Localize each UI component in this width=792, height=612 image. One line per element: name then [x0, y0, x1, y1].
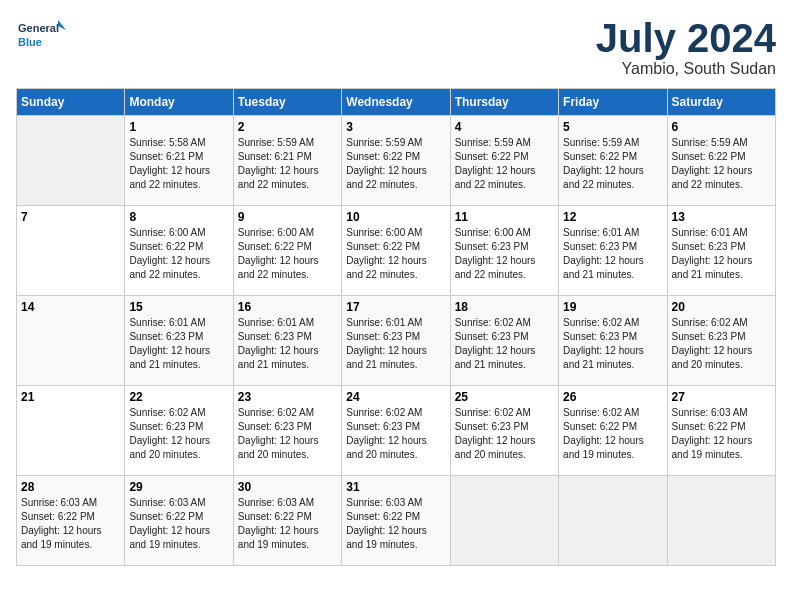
- day-number: 19: [563, 300, 662, 314]
- day-info: Sunrise: 5:59 AM Sunset: 6:22 PM Dayligh…: [346, 136, 445, 192]
- day-number: 26: [563, 390, 662, 404]
- svg-text:Blue: Blue: [18, 36, 42, 48]
- calendar-cell: 30Sunrise: 6:03 AM Sunset: 6:22 PM Dayli…: [233, 476, 341, 566]
- day-info: Sunrise: 6:01 AM Sunset: 6:23 PM Dayligh…: [238, 316, 337, 372]
- day-info: Sunrise: 5:59 AM Sunset: 6:22 PM Dayligh…: [672, 136, 771, 192]
- day-number: 16: [238, 300, 337, 314]
- calendar-table: SundayMondayTuesdayWednesdayThursdayFrid…: [16, 88, 776, 566]
- day-number: 4: [455, 120, 554, 134]
- calendar-cell: 4Sunrise: 5:59 AM Sunset: 6:22 PM Daylig…: [450, 116, 558, 206]
- weekday-header-friday: Friday: [559, 89, 667, 116]
- calendar-cell: 27Sunrise: 6:03 AM Sunset: 6:22 PM Dayli…: [667, 386, 775, 476]
- calendar-cell: 20Sunrise: 6:02 AM Sunset: 6:23 PM Dayli…: [667, 296, 775, 386]
- calendar-cell: 12Sunrise: 6:01 AM Sunset: 6:23 PM Dayli…: [559, 206, 667, 296]
- day-info: Sunrise: 6:01 AM Sunset: 6:23 PM Dayligh…: [346, 316, 445, 372]
- day-number: 6: [672, 120, 771, 134]
- logo-svg: General Blue: [16, 16, 66, 60]
- weekday-header-wednesday: Wednesday: [342, 89, 450, 116]
- calendar-cell: 23Sunrise: 6:02 AM Sunset: 6:23 PM Dayli…: [233, 386, 341, 476]
- day-number: 14: [21, 300, 120, 314]
- day-info: Sunrise: 6:03 AM Sunset: 6:22 PM Dayligh…: [238, 496, 337, 552]
- calendar-cell: 2Sunrise: 5:59 AM Sunset: 6:21 PM Daylig…: [233, 116, 341, 206]
- calendar-cell: 5Sunrise: 5:59 AM Sunset: 6:22 PM Daylig…: [559, 116, 667, 206]
- day-number: 2: [238, 120, 337, 134]
- day-info: Sunrise: 6:02 AM Sunset: 6:23 PM Dayligh…: [455, 316, 554, 372]
- day-number: 31: [346, 480, 445, 494]
- day-number: 20: [672, 300, 771, 314]
- calendar-cell: 3Sunrise: 5:59 AM Sunset: 6:22 PM Daylig…: [342, 116, 450, 206]
- day-info: Sunrise: 5:59 AM Sunset: 6:22 PM Dayligh…: [563, 136, 662, 192]
- title-area: July 2024 Yambio, South Sudan: [596, 16, 776, 78]
- calendar-cell: 16Sunrise: 6:01 AM Sunset: 6:23 PM Dayli…: [233, 296, 341, 386]
- day-info: Sunrise: 6:02 AM Sunset: 6:23 PM Dayligh…: [455, 406, 554, 462]
- calendar-cell: 8Sunrise: 6:00 AM Sunset: 6:22 PM Daylig…: [125, 206, 233, 296]
- svg-text:General: General: [18, 22, 59, 34]
- calendar-cell: 22Sunrise: 6:02 AM Sunset: 6:23 PM Dayli…: [125, 386, 233, 476]
- day-info: Sunrise: 6:01 AM Sunset: 6:23 PM Dayligh…: [563, 226, 662, 282]
- calendar-cell: 21: [17, 386, 125, 476]
- day-number: 3: [346, 120, 445, 134]
- day-number: 5: [563, 120, 662, 134]
- day-info: Sunrise: 6:00 AM Sunset: 6:23 PM Dayligh…: [455, 226, 554, 282]
- day-info: Sunrise: 6:00 AM Sunset: 6:22 PM Dayligh…: [238, 226, 337, 282]
- day-number: 23: [238, 390, 337, 404]
- calendar-cell: 29Sunrise: 6:03 AM Sunset: 6:22 PM Dayli…: [125, 476, 233, 566]
- calendar-cell: 25Sunrise: 6:02 AM Sunset: 6:23 PM Dayli…: [450, 386, 558, 476]
- weekday-header-thursday: Thursday: [450, 89, 558, 116]
- weekday-header-tuesday: Tuesday: [233, 89, 341, 116]
- day-info: Sunrise: 6:00 AM Sunset: 6:22 PM Dayligh…: [129, 226, 228, 282]
- logo: General Blue: [16, 16, 66, 60]
- day-number: 11: [455, 210, 554, 224]
- day-number: 28: [21, 480, 120, 494]
- day-number: 15: [129, 300, 228, 314]
- day-number: 27: [672, 390, 771, 404]
- day-number: 13: [672, 210, 771, 224]
- day-number: 30: [238, 480, 337, 494]
- weekday-header-monday: Monday: [125, 89, 233, 116]
- day-number: 24: [346, 390, 445, 404]
- day-info: Sunrise: 5:59 AM Sunset: 6:22 PM Dayligh…: [455, 136, 554, 192]
- day-number: 25: [455, 390, 554, 404]
- day-info: Sunrise: 6:02 AM Sunset: 6:22 PM Dayligh…: [563, 406, 662, 462]
- calendar-cell: 15Sunrise: 6:01 AM Sunset: 6:23 PM Dayli…: [125, 296, 233, 386]
- day-info: Sunrise: 6:00 AM Sunset: 6:22 PM Dayligh…: [346, 226, 445, 282]
- calendar-cell: [667, 476, 775, 566]
- calendar-cell: [17, 116, 125, 206]
- day-info: Sunrise: 6:01 AM Sunset: 6:23 PM Dayligh…: [129, 316, 228, 372]
- day-number: 1: [129, 120, 228, 134]
- day-number: 29: [129, 480, 228, 494]
- calendar-cell: 9Sunrise: 6:00 AM Sunset: 6:22 PM Daylig…: [233, 206, 341, 296]
- weekday-header-saturday: Saturday: [667, 89, 775, 116]
- calendar-cell: [559, 476, 667, 566]
- calendar-cell: 28Sunrise: 6:03 AM Sunset: 6:22 PM Dayli…: [17, 476, 125, 566]
- calendar-cell: 24Sunrise: 6:02 AM Sunset: 6:23 PM Dayli…: [342, 386, 450, 476]
- day-number: 17: [346, 300, 445, 314]
- calendar-cell: 17Sunrise: 6:01 AM Sunset: 6:23 PM Dayli…: [342, 296, 450, 386]
- calendar-cell: [450, 476, 558, 566]
- day-info: Sunrise: 6:03 AM Sunset: 6:22 PM Dayligh…: [346, 496, 445, 552]
- weekday-header-sunday: Sunday: [17, 89, 125, 116]
- day-info: Sunrise: 6:02 AM Sunset: 6:23 PM Dayligh…: [672, 316, 771, 372]
- day-info: Sunrise: 5:58 AM Sunset: 6:21 PM Dayligh…: [129, 136, 228, 192]
- day-number: 7: [21, 210, 120, 224]
- day-number: 21: [21, 390, 120, 404]
- day-number: 9: [238, 210, 337, 224]
- day-info: Sunrise: 6:02 AM Sunset: 6:23 PM Dayligh…: [129, 406, 228, 462]
- calendar-cell: 14: [17, 296, 125, 386]
- month-year: July 2024: [596, 16, 776, 60]
- calendar-cell: 18Sunrise: 6:02 AM Sunset: 6:23 PM Dayli…: [450, 296, 558, 386]
- day-number: 12: [563, 210, 662, 224]
- day-info: Sunrise: 6:03 AM Sunset: 6:22 PM Dayligh…: [21, 496, 120, 552]
- calendar-cell: 26Sunrise: 6:02 AM Sunset: 6:22 PM Dayli…: [559, 386, 667, 476]
- location: Yambio, South Sudan: [596, 60, 776, 78]
- calendar-cell: 1Sunrise: 5:58 AM Sunset: 6:21 PM Daylig…: [125, 116, 233, 206]
- day-number: 22: [129, 390, 228, 404]
- calendar-cell: 19Sunrise: 6:02 AM Sunset: 6:23 PM Dayli…: [559, 296, 667, 386]
- day-info: Sunrise: 6:02 AM Sunset: 6:23 PM Dayligh…: [346, 406, 445, 462]
- day-info: Sunrise: 6:01 AM Sunset: 6:23 PM Dayligh…: [672, 226, 771, 282]
- header: General Blue July 2024 Yambio, South Sud…: [16, 16, 776, 78]
- day-number: 18: [455, 300, 554, 314]
- day-info: Sunrise: 6:02 AM Sunset: 6:23 PM Dayligh…: [238, 406, 337, 462]
- day-number: 10: [346, 210, 445, 224]
- calendar-cell: 13Sunrise: 6:01 AM Sunset: 6:23 PM Dayli…: [667, 206, 775, 296]
